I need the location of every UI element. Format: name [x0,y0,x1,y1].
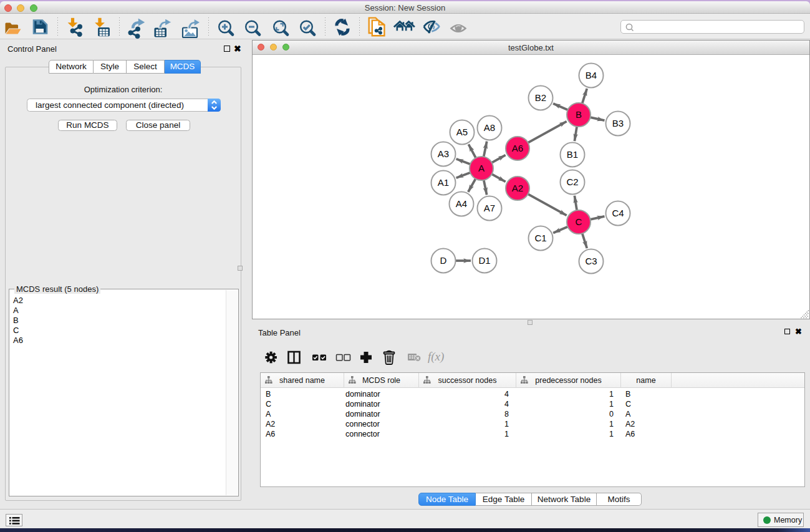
svg-text:A: A [478,163,485,173]
svg-text:B4: B4 [586,70,597,80]
svg-text:A3: A3 [438,148,449,159]
svg-text:C1: C1 [534,233,546,243]
svg-text:D: D [440,255,447,266]
svg-text:A7: A7 [484,203,495,213]
svg-text:A4: A4 [456,198,467,209]
svg-text:A8: A8 [484,122,495,133]
svg-text:B2: B2 [535,92,546,103]
svg-text:C: C [576,216,582,227]
svg-text:A5: A5 [456,127,468,137]
svg-text:A2: A2 [512,183,523,193]
svg-text:A6: A6 [512,143,523,153]
svg-text:B: B [576,109,582,120]
svg-text:C3: C3 [585,256,597,266]
svg-text:B3: B3 [612,118,624,128]
svg-text:A1: A1 [438,177,449,188]
svg-text:D1: D1 [478,255,490,266]
svg-text:C4: C4 [612,208,624,218]
svg-text:B1: B1 [567,149,578,160]
svg-text:C2: C2 [566,177,578,187]
